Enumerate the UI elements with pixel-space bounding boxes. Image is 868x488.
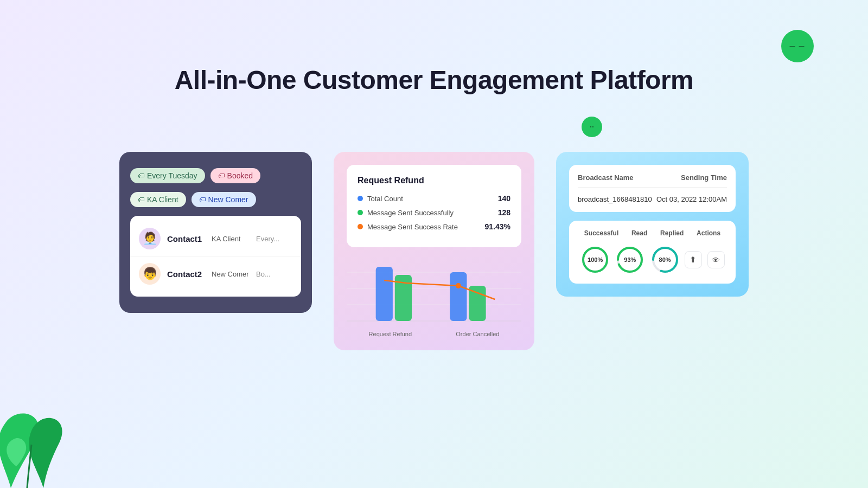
contacts-table: 🧑‍💼 Contact1 KA Client Every... 👦 Contac… xyxy=(130,216,301,297)
analytics-value-1: 140 xyxy=(498,194,510,203)
share-icon[interactable]: ⬆ xyxy=(685,251,702,268)
contact-name: Contact2 xyxy=(167,269,205,279)
broadcast-header-name: Broadcast Name xyxy=(578,174,634,182)
contact-extra: Every... xyxy=(256,235,279,243)
tag-icon-4: 🏷 xyxy=(199,196,206,203)
chart-labels: Request Refund Order Cancelled xyxy=(347,331,521,337)
stats-label-read: Read xyxy=(631,229,647,237)
broadcast-time: Oct 03, 2022 12:00AM xyxy=(656,195,727,203)
stat-value-read: 93% xyxy=(624,256,636,263)
tags-row-top: 🏷 Every Tuesday 🏷 Booked xyxy=(130,168,301,183)
contact-tag: New Comer xyxy=(212,270,250,278)
card-contacts: 🏷 Every Tuesday 🏷 Booked 🏷 KA Client 🏷 N… xyxy=(119,152,312,313)
dot-blue xyxy=(358,196,363,201)
chart-label-2: Order Cancelled xyxy=(456,331,499,337)
analytics-label-3: Message Sent Success Rate xyxy=(358,223,458,231)
tag-ka-client[interactable]: 🏷 KA Client xyxy=(130,192,186,207)
avatar: 👦 xyxy=(139,263,161,285)
stat-circle-successful: 100% xyxy=(580,245,610,275)
contact-name: Contact1 xyxy=(167,234,205,243)
analytics-label-2: Message Sent Successfully xyxy=(358,209,454,217)
stats-label-actions: Actions xyxy=(697,229,720,237)
analytics-title: Request Refund xyxy=(358,176,510,185)
tag-icon-2: 🏷 xyxy=(218,172,225,179)
contact-tag: KA Client xyxy=(212,235,250,243)
analytics-value-3: 91.43% xyxy=(485,222,510,231)
stats-values-row: 100% 93% 80% xyxy=(578,245,727,275)
analytics-label-1: Total Count xyxy=(358,195,403,203)
page-title: All-in-One Customer Engagement Platform xyxy=(175,65,694,95)
table-row: 🧑‍💼 Contact1 KA Client Every... xyxy=(130,221,301,256)
plant-decoration xyxy=(0,369,87,488)
analytics-row-2: Message Sent Successfully 128 xyxy=(358,208,510,217)
card-broadcast: Broadcast Name Sending Time broadcast_16… xyxy=(556,152,749,297)
svg-rect-4 xyxy=(376,267,393,321)
bar-chart xyxy=(347,256,521,326)
card-analytics: Request Refund Total Count 140 Message S… xyxy=(334,152,534,350)
stat-circle-read: 93% xyxy=(615,245,645,275)
tag-booked[interactable]: 🏷 Booked xyxy=(210,168,260,183)
broadcast-data-row: broadcast_1668481810 Oct 03, 2022 12:00A… xyxy=(578,188,727,203)
view-icon[interactable]: 👁 xyxy=(707,251,725,268)
analytics-panel: Request Refund Total Count 140 Message S… xyxy=(347,165,521,247)
tag-new-comer[interactable]: 🏷 New Comer xyxy=(192,192,256,207)
table-row: 👦 Contact2 New Comer Bo... xyxy=(130,256,301,291)
svg-rect-6 xyxy=(450,272,467,321)
stat-value-successful: 100% xyxy=(588,256,603,263)
tag-icon-3: 🏷 xyxy=(138,196,144,203)
dot-green xyxy=(358,210,363,215)
svg-point-8 xyxy=(456,283,461,288)
dot-orange xyxy=(358,224,363,229)
deco-circle-large xyxy=(781,30,814,62)
chart-area xyxy=(347,256,521,326)
analytics-row-3: Message Sent Success Rate 91.43% xyxy=(358,222,510,231)
broadcast-header-time: Sending Time xyxy=(681,174,727,182)
stats-panel: Successful Read Replied Actions 100% xyxy=(569,221,736,284)
broadcast-table: Broadcast Name Sending Time broadcast_16… xyxy=(569,165,736,212)
stat-value-replied: 80% xyxy=(659,256,671,263)
tags-row-bottom: 🏷 KA Client 🏷 New Comer xyxy=(130,192,301,207)
tag-every-tuesday[interactable]: 🏷 Every Tuesday xyxy=(130,168,205,183)
analytics-value-2: 128 xyxy=(498,208,510,217)
deco-circle-small xyxy=(582,117,602,137)
avatar: 🧑‍💼 xyxy=(139,228,161,249)
stats-label-successful: Successful xyxy=(584,229,618,237)
stats-label-replied: Replied xyxy=(660,229,684,237)
broadcast-name: broadcast_1668481810 xyxy=(578,195,652,203)
action-icons: ⬆ 👁 xyxy=(685,251,725,268)
stat-circle-replied: 80% xyxy=(650,245,680,275)
analytics-row-1: Total Count 140 xyxy=(358,194,510,203)
cards-container: 🏷 Every Tuesday 🏷 Booked 🏷 KA Client 🏷 N… xyxy=(119,152,749,350)
tag-icon-1: 🏷 xyxy=(138,172,144,179)
stats-header-row: Successful Read Replied Actions xyxy=(578,229,727,237)
contact-extra: Bo... xyxy=(256,270,271,278)
broadcast-header: Broadcast Name Sending Time xyxy=(578,174,727,188)
chart-label-1: Request Refund xyxy=(369,331,412,337)
